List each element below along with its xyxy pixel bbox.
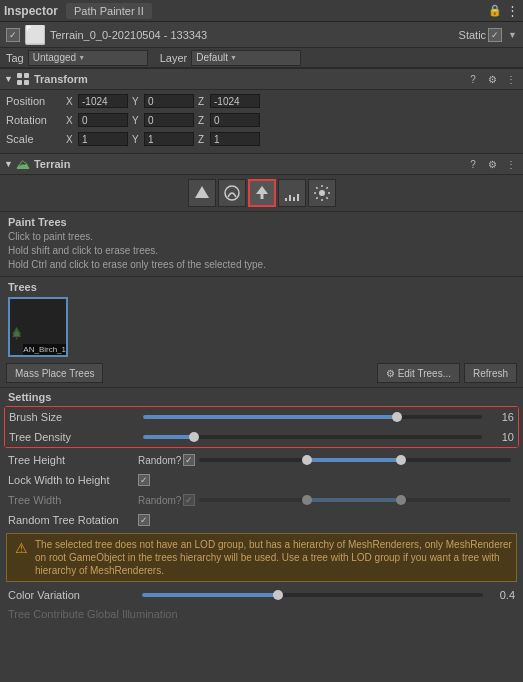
terrain-section-icon: ⛰ [16, 156, 30, 172]
transform-section-header: ▼ Transform ? ⚙ ⋮ [0, 68, 523, 90]
rotation-x-field: X [66, 113, 128, 127]
terrain-toggle[interactable]: ▼ [4, 159, 13, 169]
scale-y-letter: Y [132, 134, 142, 145]
transform-content: Position X Y Z Rotation X [0, 90, 523, 153]
tree-height-random-checkbox[interactable]: ✓ [183, 454, 195, 466]
position-z-input[interactable] [210, 94, 260, 108]
rotation-x-input[interactable] [78, 113, 128, 127]
static-dropdown-arrow[interactable]: ▼ [508, 30, 517, 40]
color-var-slider-track[interactable] [142, 593, 483, 597]
svg-rect-3 [24, 80, 29, 85]
tree-silhouette-svg [10, 311, 23, 355]
svg-rect-15 [16, 337, 18, 340]
menu-icon[interactable]: ⋮ [506, 3, 519, 18]
tree-density-slider-thumb[interactable] [189, 432, 199, 442]
tree-height-range-slider[interactable] [199, 458, 511, 462]
paint-trees-desc3: Hold Ctrl and click to erase only trees … [8, 258, 515, 272]
color-variation-row: Color Variation 0.4 [0, 585, 523, 605]
tree-width-left-thumb[interactable] [302, 495, 312, 505]
scale-y-input[interactable] [144, 132, 194, 146]
tree-density-slider-fill [143, 435, 194, 439]
scale-x-input[interactable] [78, 132, 128, 146]
contribute-gi-row: Tree Contribute Global Illumination [0, 605, 523, 623]
terrain-settings-icon[interactable]: ⚙ [484, 156, 500, 172]
scale-z-input[interactable] [210, 132, 260, 146]
position-z-field: Z [198, 94, 260, 108]
settings-title: Settings [0, 388, 523, 404]
mass-place-row: Mass Place Trees ⚙ Edit Trees... Refresh [0, 359, 523, 388]
rotation-xyz: X Y Z [66, 113, 517, 127]
terrain-toolbar [0, 175, 523, 212]
color-var-value: 0.4 [487, 589, 515, 601]
header-icons: 🔒 ⋮ [488, 3, 519, 18]
rotation-row: Rotation X Y Z [6, 111, 517, 129]
scale-x-field: X [66, 132, 128, 146]
svg-rect-11 [297, 194, 299, 201]
scale-row: Scale X Y Z [6, 130, 517, 148]
tree-height-label: Tree Height [8, 454, 138, 466]
tool-settings-button[interactable] [308, 179, 336, 207]
color-var-slider-fill [142, 593, 278, 597]
brush-size-value: 16 [486, 411, 514, 423]
tag-dropdown[interactable]: Untagged ▼ [28, 50, 148, 66]
scale-x-letter: X [66, 134, 76, 145]
rotation-y-input[interactable] [144, 113, 194, 127]
brush-size-slider-thumb[interactable] [392, 412, 402, 422]
trees-label: Trees [0, 277, 523, 295]
main-scroll-area: ✓ ⬜ Terrain_0_0-20210504 - 133343 Static… [0, 22, 523, 682]
tag-value: Untagged [33, 52, 76, 63]
terrain-help-icon[interactable]: ? [465, 156, 481, 172]
lock-width-row: Lock Width to Height ✓ [0, 470, 523, 490]
edit-trees-label: Edit Trees... [398, 368, 451, 379]
position-y-input[interactable] [144, 94, 194, 108]
tool-details-button[interactable] [278, 179, 306, 207]
tree-width-row: Tree Width Random? ✓ [0, 490, 523, 510]
svg-rect-0 [17, 73, 22, 78]
object-type-icon: ⬜ [24, 24, 46, 46]
warning-text: The selected tree does not have an LOD g… [35, 538, 512, 577]
tree-width-range-slider[interactable] [199, 498, 511, 502]
brush-size-slider-track[interactable] [143, 415, 482, 419]
lock-icon[interactable]: 🔒 [488, 4, 502, 17]
position-y-letter: Y [132, 96, 142, 107]
color-var-slider-thumb[interactable] [273, 590, 283, 600]
tree-density-row: Tree Density 10 [5, 427, 518, 447]
refresh-button[interactable]: Refresh [464, 363, 517, 383]
brush-size-label: Brush Size [9, 411, 139, 423]
tool-raise-button[interactable] [188, 179, 216, 207]
tree-density-slider-track[interactable] [143, 435, 482, 439]
layer-value: Default [196, 52, 228, 63]
object-active-checkbox[interactable]: ✓ [6, 28, 20, 42]
position-x-input[interactable] [78, 94, 128, 108]
transform-toggle[interactable]: ▼ [4, 74, 13, 84]
tree-height-left-thumb[interactable] [302, 455, 312, 465]
tool-trees-button[interactable] [248, 179, 276, 207]
lock-width-checkbox[interactable]: ✓ [138, 474, 150, 486]
transform-menu-icon[interactable]: ⋮ [503, 71, 519, 87]
random-rotation-checkbox[interactable]: ✓ [138, 514, 150, 526]
rotation-z-letter: Z [198, 115, 208, 126]
tree-thumbnail[interactable]: AN_Birch_1 [8, 297, 68, 357]
tree-width-random-checkbox[interactable]: ✓ [183, 494, 195, 506]
rotation-x-letter: X [66, 115, 76, 126]
layer-dropdown[interactable]: Default ▼ [191, 50, 301, 66]
path-painter-tab[interactable]: Path Painter II [66, 3, 152, 19]
rotation-z-input[interactable] [210, 113, 260, 127]
edit-trees-button[interactable]: ⚙ Edit Trees... [377, 363, 460, 383]
terrain-menu-icon[interactable]: ⋮ [503, 156, 519, 172]
tree-width-right-thumb[interactable] [396, 495, 406, 505]
transform-settings-icon[interactable]: ⚙ [484, 71, 500, 87]
static-checkbox[interactable]: ✓ [488, 28, 502, 42]
svg-rect-9 [289, 195, 291, 201]
position-x-field: X [66, 94, 128, 108]
mass-place-button[interactable]: Mass Place Trees [6, 363, 103, 383]
color-variation-label: Color Variation [8, 589, 138, 601]
tree-density-label: Tree Density [9, 431, 139, 443]
transform-help-icon[interactable]: ? [465, 71, 481, 87]
tree-width-range-fill [308, 498, 401, 502]
tree-height-right-thumb[interactable] [396, 455, 406, 465]
warning-icon: ⚠ [11, 538, 31, 558]
brush-size-row: Brush Size 16 [5, 407, 518, 427]
tool-paint-button[interactable] [218, 179, 246, 207]
paint-trees-title: Paint Trees [8, 216, 515, 228]
